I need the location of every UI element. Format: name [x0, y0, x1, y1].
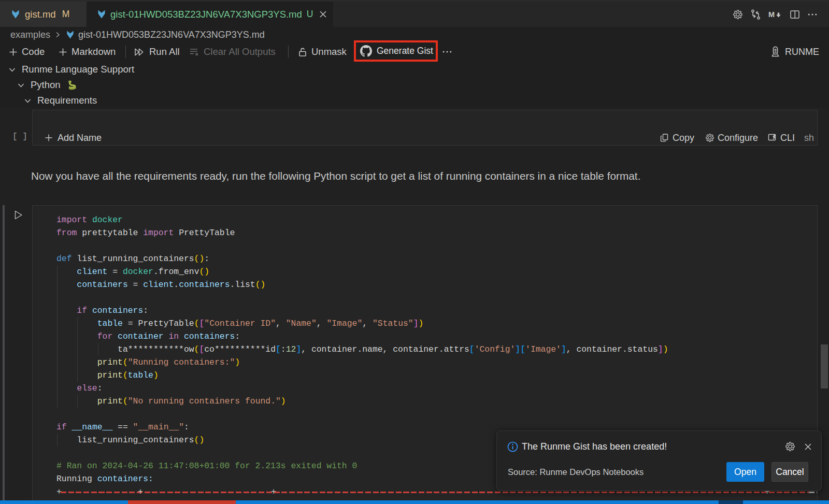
svg-text:M: M	[768, 10, 775, 18]
